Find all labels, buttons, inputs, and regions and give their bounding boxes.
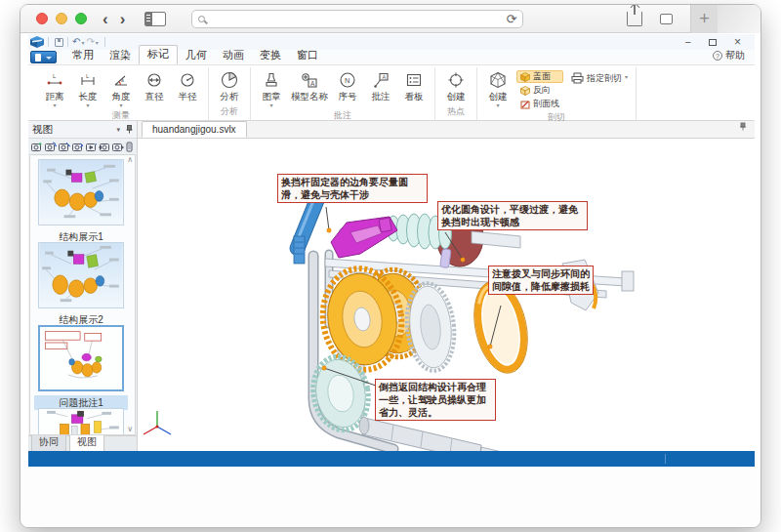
tab-jihe[interactable]: 几何 (178, 47, 215, 64)
radius-icon (179, 69, 196, 91)
hotspot-create-button[interactable]: 创建 (439, 67, 473, 103)
view-panel-header: 视图 ▾ (28, 121, 137, 139)
tab-xuanran[interactable]: 渲染 (102, 47, 139, 64)
analysis-button[interactable]: 分析 (213, 67, 246, 103)
app-restore-button[interactable] (709, 39, 717, 46)
new-tab-button[interactable]: + (690, 5, 718, 33)
view-options-icon[interactable] (126, 142, 134, 152)
model-canvas[interactable]: 换挡杆固定器的边角要尽量圆滑，避免与壳体干涉 优化圆角设计，平缓过渡，避免换挡时… (138, 139, 755, 451)
help-label: 帮助 (725, 49, 745, 62)
scroll-up-icon[interactable]: ∧ (127, 156, 133, 164)
save-icon[interactable] (55, 38, 63, 47)
tab-chuangkou[interactable]: 窗口 (289, 47, 326, 64)
axis-triad (144, 411, 171, 434)
browser-toolbar: ‹ › ⟳ + (21, 5, 760, 33)
sequence-number-icon: N (339, 69, 356, 91)
browser-window: ‹ › ⟳ + ↶ ▾ ↷ ▾ − × (20, 4, 761, 528)
redo-icon[interactable]: ↷ (86, 37, 94, 47)
share-icon[interactable] (627, 12, 642, 26)
distance-button[interactable]: L 距离 ▾ (38, 67, 71, 108)
group-label-analysis: 分析 (213, 104, 246, 120)
panel-pin-icon[interactable] (126, 125, 133, 134)
note-icon: A (372, 69, 390, 91)
reverse-icon (520, 86, 530, 96)
redo-dropdown-icon[interactable]: ▾ (96, 39, 99, 46)
length-button[interactable]: L 长度 ▾ (71, 67, 104, 108)
view-thumbnail-list[interactable]: ∧ ∨ 结构展示1 (29, 154, 136, 435)
board-button[interactable]: 看板 (397, 67, 431, 103)
rename-view-icon[interactable] (59, 142, 70, 152)
apply-view-icon[interactable] (72, 142, 84, 152)
hatch-line-button[interactable]: 剖面线 (516, 98, 563, 110)
reverse-button[interactable]: 反向 (516, 84, 563, 97)
strip-pin-icon[interactable] (739, 117, 747, 138)
traffic-lights (36, 13, 87, 24)
svg-text:A: A (383, 73, 387, 79)
next-view-icon[interactable] (112, 142, 124, 152)
cap-face-button[interactable]: 盖面 (516, 70, 563, 83)
address-bar[interactable]: ⟳ (191, 10, 523, 28)
assign-section-button[interactable]: 指定剖切 ▾ (563, 67, 632, 85)
annotation-callout-2[interactable]: 优化圆角设计，平缓过渡，避免换挡时出现卡顿感 (437, 201, 588, 230)
app-minimize-button[interactable]: − (685, 36, 691, 48)
page-bottom-area (21, 467, 761, 528)
section-create-button[interactable]: 创建 ▾ (481, 67, 514, 108)
model-name-button[interactable]: A 模型名称 (288, 67, 331, 103)
view-item-issue-note-1[interactable]: 问题批注1 (34, 325, 128, 410)
tab-changyong[interactable]: 常用 (64, 47, 102, 64)
assign-section-icon (571, 72, 584, 84)
search-input[interactable] (211, 13, 500, 24)
file-menu-button[interactable] (30, 51, 57, 63)
forward-button[interactable]: › (120, 11, 126, 27)
document-tab-strip: huandangjigou.svlx (138, 121, 755, 139)
back-button[interactable]: ‹ (103, 11, 108, 27)
status-bar (28, 451, 755, 467)
show-tabs-icon[interactable] (660, 14, 673, 24)
radius-button[interactable]: 半径 (171, 67, 204, 103)
view-thumbnail (38, 408, 124, 435)
annotation-callout-1[interactable]: 换挡杆固定器的边角要尽量圆滑，避免与壳体干涉 (277, 174, 428, 203)
view-panel: 视图 ▾ ∧ ∨ (28, 121, 138, 451)
undo-icon[interactable]: ↶ (72, 37, 80, 47)
scroll-down-icon[interactable]: ∨ (127, 426, 133, 433)
annotation-callout-4[interactable]: 倒挡返回结构设计再合理一些，让驾驶员操纵更加省力、灵活。 (375, 379, 496, 421)
sidebar-toggle-icon[interactable] (144, 12, 166, 26)
refresh-icon[interactable]: ⟳ (506, 12, 516, 26)
annotation-callout-3[interactable]: 注意拨叉与同步环间的间隙值，降低摩擦损耗 (488, 266, 594, 295)
view-item-structure-1[interactable]: 结构展示1 (34, 159, 128, 244)
prev-view-icon[interactable] (99, 142, 110, 152)
undo-dropdown-icon[interactable]: ▾ (81, 39, 84, 46)
svg-text:L: L (86, 73, 90, 79)
board-icon (405, 69, 423, 91)
stamp-button[interactable]: 图章 ▾ (255, 67, 288, 108)
tabbar-corner (718, 5, 760, 33)
view-thumbnail (38, 325, 124, 391)
diameter-button[interactable]: 直径 (138, 67, 171, 103)
zoom-traffic-light[interactable] (75, 13, 87, 24)
svg-text:a: a (121, 77, 124, 83)
group-label-hotspot: 热点 (439, 104, 473, 120)
app-close-button[interactable]: × (734, 35, 741, 49)
update-view-icon[interactable] (45, 142, 57, 152)
minimize-traffic-light[interactable] (56, 13, 67, 24)
angle-button[interactable]: a 角度 ▾ (104, 67, 138, 108)
tab-biaoji[interactable]: 标记 (139, 45, 178, 64)
search-icon (198, 16, 205, 22)
tab-view[interactable]: 视图 (69, 433, 104, 451)
play-views-icon[interactable] (86, 142, 98, 152)
tab-bianhuan[interactable]: 变换 (252, 47, 289, 64)
sequence-button[interactable]: N 序号 (331, 67, 364, 103)
close-traffic-light[interactable] (36, 13, 48, 24)
create-view-icon[interactable] (31, 142, 43, 152)
note-button[interactable]: A 批注 (364, 67, 397, 103)
tab-donghua[interactable]: 动画 (215, 47, 252, 64)
view-item-structure-2[interactable]: 结构展示2 (34, 242, 128, 327)
help-button[interactable]: ? 帮助 (713, 49, 745, 64)
document-tab[interactable]: huandangjigou.svlx (142, 121, 247, 138)
ribbon-group-hotspot: 创建 热点 (435, 67, 477, 120)
ribbon-group-annotate: 图章 ▾ A 模型名称 N 序号 A 批注 看板 (251, 67, 435, 120)
view-item-partial[interactable] (34, 408, 128, 435)
panel-dropdown-icon[interactable]: ▾ (116, 126, 120, 134)
tab-collaboration[interactable]: 协同 (31, 433, 66, 451)
view-thumbnail (38, 242, 124, 308)
